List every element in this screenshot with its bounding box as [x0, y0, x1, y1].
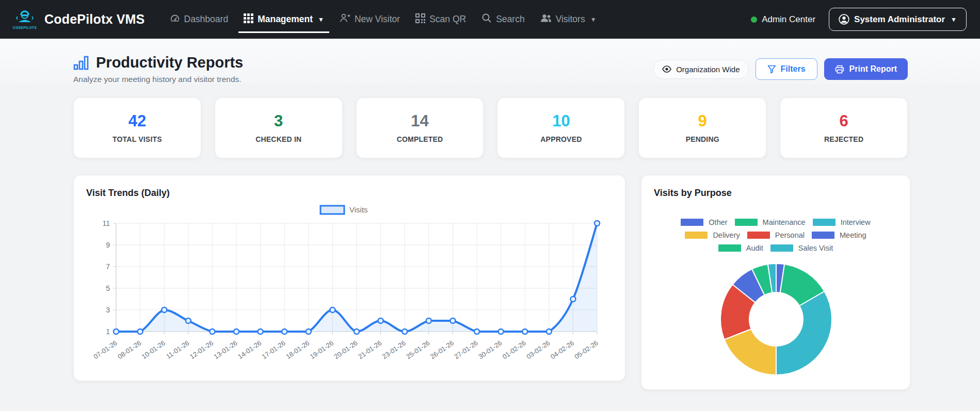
stat-value: 10 [552, 113, 570, 129]
donut-slice-interview[interactable] [776, 291, 832, 375]
legend-swatch [685, 232, 708, 239]
legend-item-maintenance[interactable]: Maintenance [735, 218, 806, 226]
stat-label: APPROVED [540, 135, 582, 143]
legend-swatch [735, 219, 758, 226]
legend-item-other[interactable]: Other [681, 218, 727, 226]
legend-label: Personal [775, 231, 805, 239]
svg-text:11-01-26: 11-01-26 [165, 339, 190, 360]
svg-text:05-02-26: 05-02-26 [573, 339, 599, 360]
legend-label: Meeting [840, 231, 866, 239]
svg-text:17-01-26: 17-01-26 [261, 339, 287, 360]
svg-text:5: 5 [106, 284, 110, 292]
svg-text:21-01-26: 21-01-26 [357, 339, 383, 360]
legend-label: Interview [841, 218, 871, 226]
legend-item-meeting[interactable]: Meeting [812, 231, 866, 239]
person-plus-icon [340, 13, 350, 26]
stat-value: 3 [274, 113, 283, 129]
stat-card-pending: 9 PENDING [638, 97, 766, 158]
people-icon [540, 13, 552, 26]
chevron-down-icon: ▼ [951, 16, 957, 23]
legend-row: DeliveryPersonalMeeting [654, 231, 897, 239]
stat-label: PENDING [686, 135, 719, 143]
qr-code-icon [415, 13, 425, 26]
svg-text:3: 3 [106, 306, 110, 314]
page-title: Productivity Reports [73, 54, 243, 71]
print-report-button[interactable]: Print Report [824, 58, 908, 80]
svg-text:1: 1 [106, 327, 110, 336]
svg-text:14-01-26: 14-01-26 [236, 339, 263, 360]
page-header: Productivity Reports Analyze your meetin… [0, 39, 980, 84]
legend-row: OtherMaintenanceInterview [654, 218, 897, 226]
user-menu-button[interactable]: System Administrator ▼ [829, 8, 967, 31]
purpose-donut-chart[interactable] [654, 257, 898, 382]
legend-swatch [770, 244, 793, 252]
search-icon [481, 13, 492, 26]
legend-item-audit[interactable]: Audit [718, 244, 763, 252]
header-actions: Organization Wide Filters Print Report [653, 58, 908, 80]
legend-label: Sales Visit [798, 244, 833, 252]
online-status-dot [751, 17, 757, 23]
svg-text:30-01-26: 30-01-26 [477, 339, 503, 360]
nav-item-dashboard[interactable]: Dashboard [164, 0, 235, 39]
svg-text:9: 9 [106, 241, 110, 249]
eye-icon [662, 65, 671, 73]
nav-item-visitors[interactable]: Visitors ▼ [534, 0, 603, 39]
legend-label: Other [709, 218, 727, 226]
svg-text:25-01-26: 25-01-26 [405, 339, 431, 360]
nav-item-scan-qr[interactable]: Scan QR [409, 0, 472, 39]
printer-icon [835, 65, 844, 74]
visits-by-purpose-card: Visits by Purpose OtherMaintenanceInterv… [641, 175, 910, 390]
stat-card-approved: 10 APPROVED [497, 97, 625, 158]
main-navigation: Dashboard Management ▼ New Visit [164, 0, 603, 39]
legend-item-personal[interactable]: Personal [747, 231, 805, 239]
stat-label: REJECTED [824, 135, 863, 143]
visit-trends-title: Visit Trends (Daily) [86, 188, 613, 199]
svg-text:03-02-26: 03-02-26 [525, 339, 551, 360]
organization-wide-badge[interactable]: Organization Wide [653, 60, 748, 79]
stat-card-total-visits: 42 TOTAL VISITS [73, 97, 201, 158]
logo-caption: CODEPILOTX [13, 26, 37, 29]
legend-swatch [718, 244, 741, 252]
svg-text:Visits: Visits [349, 205, 368, 214]
stat-value: 14 [411, 113, 428, 129]
legend-swatch [812, 232, 834, 239]
svg-text:12-01-26: 12-01-26 [188, 339, 215, 360]
chevron-down-icon: ▼ [590, 16, 597, 23]
brand[interactable]: CODEPILOTX CodePilotx VMS [11, 10, 145, 29]
legend-swatch [681, 219, 703, 226]
legend-swatch [813, 219, 836, 226]
svg-text:08-01-26: 08-01-26 [116, 339, 142, 360]
nav-item-search[interactable]: Search [475, 0, 531, 39]
stat-value: 42 [128, 113, 146, 129]
stats-row: 42 TOTAL VISITS 3 CHECKED IN 14 COMPLETE… [73, 97, 908, 158]
legend-row: AuditSales Visit [654, 244, 897, 252]
svg-text:19-01-26: 19-01-26 [309, 339, 335, 360]
stat-card-completed: 14 COMPLETED [356, 97, 484, 158]
nav-item-new-visitor[interactable]: New Visitor [333, 0, 406, 39]
svg-text:27-01-26: 27-01-26 [453, 339, 479, 360]
stat-label: COMPLETED [397, 135, 443, 143]
nav-item-management[interactable]: Management ▼ [237, 0, 330, 39]
navbar-right: Admin Center System Administrator ▼ [751, 8, 967, 31]
stat-value: 6 [839, 113, 848, 129]
stat-card-rejected: 6 REJECTED [780, 97, 908, 158]
stat-card-checked-in: 3 CHECKED IN [215, 97, 343, 158]
svg-text:07-01-26: 07-01-26 [92, 339, 118, 360]
legend-label: Maintenance [763, 218, 806, 226]
funnel-icon [767, 65, 776, 74]
legend-item-interview[interactable]: Interview [813, 218, 871, 226]
svg-text:13-01-26: 13-01-26 [212, 339, 238, 360]
svg-text:18-01-26: 18-01-26 [284, 339, 311, 360]
bar-chart-icon [73, 55, 90, 71]
legend-item-sales-visit[interactable]: Sales Visit [770, 244, 833, 252]
svg-text:04-02-26: 04-02-26 [549, 339, 575, 360]
brand-title: CodePilotx VMS [44, 12, 145, 27]
legend-item-delivery[interactable]: Delivery [685, 231, 740, 239]
svg-text:11: 11 [102, 219, 110, 227]
svg-text:10-01-26: 10-01-26 [140, 339, 167, 360]
filters-button[interactable]: Filters [756, 58, 817, 80]
speedometer-icon [170, 13, 180, 26]
svg-text:20-01-26: 20-01-26 [332, 339, 359, 360]
visit-trends-line-chart[interactable]: Visits135791107-01-2608-01-2610-01-2611-… [86, 202, 613, 375]
admin-center-status: Admin Center [751, 14, 815, 25]
